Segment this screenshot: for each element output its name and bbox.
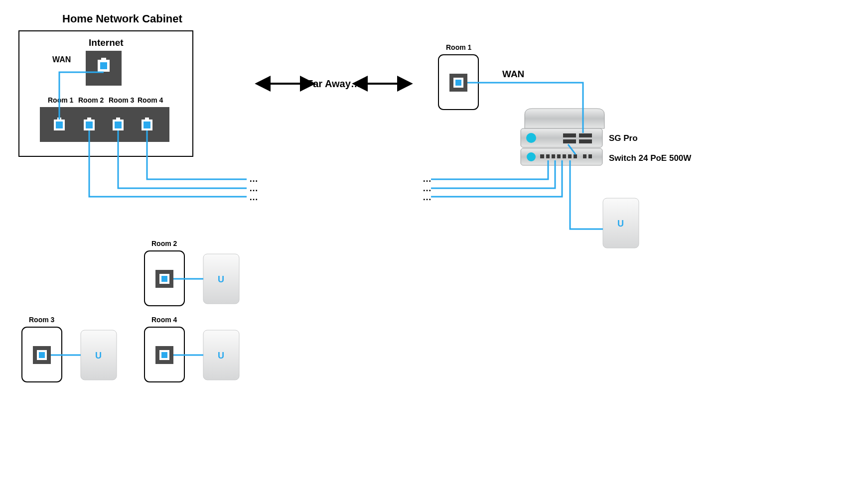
svg-rect-5 bbox=[56, 121, 63, 128]
far-away-label: Far Away… bbox=[307, 78, 361, 89]
svg-rect-20 bbox=[455, 80, 461, 86]
ubiquiti-icon: U bbox=[95, 351, 102, 361]
svg-rect-11 bbox=[115, 121, 122, 128]
wan-label: WAN bbox=[52, 55, 71, 64]
svg-rect-33 bbox=[574, 154, 577, 158]
ell-1: … bbox=[249, 174, 258, 184]
switch-label: Switch 24 PoE 500W bbox=[609, 153, 692, 163]
svg-rect-25 bbox=[579, 139, 592, 143]
svg-rect-12 bbox=[116, 118, 120, 121]
svg-rect-22 bbox=[563, 133, 576, 137]
svg-rect-27 bbox=[540, 154, 544, 158]
wan-right-label: WAN bbox=[502, 69, 524, 79]
room2-label: Room 2 bbox=[151, 240, 177, 247]
ell-r3: … bbox=[423, 192, 432, 202]
ap-right: U bbox=[603, 198, 639, 248]
svg-point-26 bbox=[527, 152, 536, 161]
internet-label: Internet bbox=[89, 37, 124, 48]
svg-rect-43 bbox=[39, 352, 45, 358]
ubiquiti-icon: U bbox=[617, 219, 624, 229]
room3-group: Room 3 U bbox=[22, 316, 117, 382]
room1-wallplate-group: Room 1 WAN bbox=[438, 43, 524, 110]
room2-group: Room 2 U bbox=[145, 240, 239, 306]
svg-rect-9 bbox=[87, 118, 91, 121]
svg-rect-47 bbox=[161, 352, 167, 358]
cabinet-group: Home Network Cabinet Internet WAN Room 1… bbox=[19, 12, 193, 156]
svg-rect-15 bbox=[145, 118, 149, 121]
internet-device bbox=[86, 51, 122, 86]
svg-rect-39 bbox=[161, 276, 167, 282]
rack-group: SG Pro Switch 24 PoE 500W bbox=[521, 109, 692, 165]
room2-label: Room 2 bbox=[78, 96, 104, 104]
ell-3: … bbox=[249, 192, 258, 202]
room4-label: Room 4 bbox=[151, 316, 177, 324]
svg-point-21 bbox=[526, 133, 536, 143]
far-away: Far Away… bbox=[269, 78, 399, 89]
svg-rect-31 bbox=[563, 154, 566, 158]
svg-rect-30 bbox=[557, 154, 561, 158]
svg-rect-24 bbox=[579, 133, 592, 137]
svg-rect-8 bbox=[86, 121, 93, 128]
svg-rect-32 bbox=[568, 154, 572, 158]
svg-rect-28 bbox=[546, 154, 550, 158]
svg-rect-35 bbox=[588, 154, 592, 158]
svg-rect-14 bbox=[144, 121, 150, 128]
ubiquiti-icon: U bbox=[218, 274, 224, 284]
ell-r2: … bbox=[423, 183, 432, 193]
room4-label: Room 4 bbox=[138, 96, 163, 104]
cabinet-title: Home Network Cabinet bbox=[62, 12, 182, 25]
ell-r1: … bbox=[423, 174, 432, 184]
svg-rect-2 bbox=[100, 62, 107, 69]
room1-right-label: Room 1 bbox=[446, 43, 472, 51]
svg-rect-29 bbox=[552, 154, 555, 158]
svg-rect-3 bbox=[101, 58, 106, 61]
room4-group: Room 4 U bbox=[145, 316, 239, 382]
room3-label: Room 3 bbox=[109, 96, 135, 104]
ell-2: … bbox=[249, 183, 258, 193]
svg-rect-34 bbox=[583, 154, 586, 158]
svg-rect-23 bbox=[563, 139, 576, 143]
sgpro-label: SG Pro bbox=[609, 133, 638, 143]
ubiquiti-icon: U bbox=[218, 351, 224, 361]
room3-label: Room 3 bbox=[29, 316, 55, 324]
room1-label: Room 1 bbox=[48, 96, 74, 104]
